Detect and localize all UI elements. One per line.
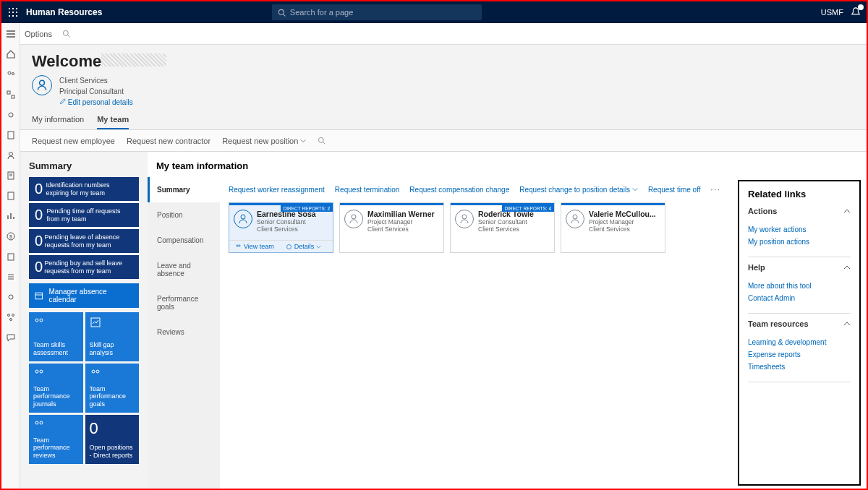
person-icon[interactable] bbox=[6, 150, 16, 160]
edit-personal-link[interactable]: Edit personal details bbox=[59, 97, 133, 108]
tile-skill-gap[interactable]: Skill gap analysis bbox=[85, 312, 140, 361]
related-section-team-resources[interactable]: Team resources bbox=[748, 319, 851, 332]
profile-dept: Client Services bbox=[59, 75, 133, 86]
avatar-icon bbox=[455, 210, 474, 228]
more-actions-icon[interactable]: ··· bbox=[711, 186, 721, 194]
chevron-up-icon bbox=[843, 264, 851, 271]
home-icon[interactable] bbox=[6, 49, 16, 59]
svg-point-28 bbox=[40, 80, 45, 85]
app-title: Human Resources bbox=[26, 7, 102, 17]
global-search[interactable]: Search for a page bbox=[272, 4, 482, 20]
card-name: Valerie McCullou... bbox=[589, 210, 656, 218]
direct-reports-badge: DIRECT REPORTS: 4 bbox=[502, 205, 554, 212]
link-worker-actions[interactable]: My worker actions bbox=[748, 223, 851, 236]
view-team-button[interactable]: View team bbox=[229, 241, 280, 252]
sidetab-perf-goals[interactable]: Performance goals bbox=[148, 286, 220, 319]
link-more-about[interactable]: More about this tool bbox=[748, 280, 851, 292]
card-role: Project Manager bbox=[589, 218, 656, 225]
link-contact-admin[interactable]: Contact Admin bbox=[748, 292, 851, 304]
summary-pending-timeoff[interactable]: 0Pending time off requests from my team bbox=[29, 203, 139, 227]
tile-open-positions[interactable]: 0Open positions - Direct reports bbox=[85, 415, 140, 464]
related-section-help[interactable]: Help bbox=[748, 263, 851, 275]
link-learning-dev[interactable]: Learning & development bbox=[748, 336, 851, 348]
svg-point-32 bbox=[35, 319, 38, 322]
link-expense-reports[interactable]: Expense reports bbox=[748, 348, 851, 361]
options-menu[interactable]: Options bbox=[25, 30, 52, 38]
request-time-off[interactable]: Request time off bbox=[648, 186, 701, 194]
summary-id-expiring[interactable]: 0Identification numbers expiring for my … bbox=[29, 177, 139, 201]
request-reassignment[interactable]: Request worker reassignment bbox=[229, 186, 325, 194]
avatar-icon bbox=[566, 210, 584, 228]
team-card[interactable]: DIRECT REPORTS: 4 Roderick Towle Senior … bbox=[450, 202, 555, 253]
svg-point-33 bbox=[40, 319, 43, 322]
request-new-contractor[interactable]: Request new contractor bbox=[127, 137, 210, 145]
team-card[interactable]: DIRECT REPORTS: 2 Earnestine Sosa Senior… bbox=[229, 202, 333, 253]
card-dept: Client Services bbox=[478, 225, 534, 233]
sidetab-position[interactable]: Position bbox=[148, 202, 220, 228]
summary-pending-loa[interactable]: 0Pending leave of absence requests from … bbox=[29, 229, 139, 253]
clipboard-icon[interactable] bbox=[6, 130, 16, 140]
link-icon[interactable] bbox=[6, 110, 16, 120]
list-icon[interactable] bbox=[6, 272, 16, 282]
doc2-icon[interactable] bbox=[6, 191, 16, 201]
tile-perf-goals[interactable]: Team performance goals bbox=[85, 364, 140, 413]
sidetab-compensation[interactable]: Compensation bbox=[148, 228, 220, 253]
card-role: Senior Consultant bbox=[478, 218, 534, 225]
tile-perf-reviews[interactable]: Team performance reviews bbox=[29, 415, 83, 464]
sidetab-leave[interactable]: Leave and absence bbox=[148, 253, 220, 286]
details-button[interactable]: Details bbox=[280, 241, 328, 252]
link-position-actions[interactable]: My position actions bbox=[748, 236, 851, 248]
building-icon[interactable] bbox=[6, 252, 16, 262]
summary-panel: Summary 0Identification numbers expiring… bbox=[20, 152, 148, 489]
svg-rect-0 bbox=[9, 8, 10, 9]
main-region: Welcome Client Services Principal Consul… bbox=[20, 45, 867, 489]
link-timesheets[interactable]: Timesheets bbox=[748, 361, 851, 373]
related-links-panel: Related links Actions My worker actions … bbox=[738, 180, 861, 486]
notifications-icon[interactable] bbox=[851, 7, 861, 17]
card-dept: Client Services bbox=[367, 225, 435, 233]
doc-icon[interactable] bbox=[6, 171, 16, 181]
request-new-employee[interactable]: Request new employee bbox=[32, 137, 115, 145]
chevron-up-icon bbox=[843, 320, 851, 327]
svg-point-11 bbox=[8, 72, 11, 74]
request-position-change[interactable]: Request change to position details bbox=[519, 186, 638, 194]
team-info-heading: My team information bbox=[148, 152, 867, 177]
manager-absence-calendar[interactable]: Manager absence calendar bbox=[29, 283, 139, 308]
people-icon bbox=[33, 419, 79, 431]
tile-perf-journals[interactable]: Team performance journals bbox=[29, 364, 83, 413]
sidetab-summary[interactable]: Summary bbox=[148, 177, 220, 202]
team-info-panel: Request worker reassignment Request term… bbox=[220, 177, 735, 489]
tab-my-team[interactable]: My team bbox=[97, 115, 129, 129]
tree-icon[interactable] bbox=[6, 312, 16, 322]
sidetab-reviews[interactable]: Reviews bbox=[148, 319, 220, 345]
svg-point-24 bbox=[12, 314, 14, 317]
summary-pending-buysell[interactable]: 0Pending buy and sell leave requests fro… bbox=[29, 255, 139, 279]
app-launcher-icon[interactable] bbox=[7, 7, 19, 18]
tab-my-information[interactable]: My information bbox=[32, 115, 84, 129]
team-card[interactable]: Valerie McCullou... Project Manager Clie… bbox=[561, 202, 665, 253]
company-code[interactable]: USMF bbox=[821, 8, 843, 17]
gear-icon[interactable] bbox=[6, 292, 16, 302]
team-cards: DIRECT REPORTS: 2 Earnestine Sosa Senior… bbox=[229, 202, 726, 253]
org-icon[interactable] bbox=[6, 90, 16, 100]
svg-rect-2 bbox=[16, 8, 17, 9]
related-section-actions[interactable]: Actions bbox=[748, 207, 851, 219]
actionstrip-search-icon[interactable] bbox=[318, 137, 326, 145]
tile-team-skills[interactable]: Team skills assessment bbox=[29, 312, 83, 361]
request-comp-change[interactable]: Request compensation change bbox=[409, 186, 509, 194]
edit-personal-label: Edit personal details bbox=[68, 98, 133, 106]
feedback-icon[interactable] bbox=[6, 332, 16, 343]
svg-point-41 bbox=[241, 215, 245, 219]
hamburger-icon[interactable] bbox=[6, 29, 16, 39]
people-icon bbox=[90, 368, 135, 379]
request-termination[interactable]: Request termination bbox=[335, 186, 400, 194]
chart-icon[interactable] bbox=[6, 211, 16, 221]
money-icon[interactable]: $ bbox=[6, 231, 16, 241]
svg-rect-1 bbox=[12, 8, 14, 9]
chevron-up-icon bbox=[843, 207, 851, 215]
request-new-position[interactable]: Request new position bbox=[222, 137, 306, 145]
options-search-icon[interactable] bbox=[62, 30, 70, 38]
svg-rect-13 bbox=[7, 91, 10, 94]
team-card[interactable]: Maximilian Werner Project Manager Client… bbox=[339, 202, 444, 253]
people-icon[interactable] bbox=[6, 69, 16, 79]
